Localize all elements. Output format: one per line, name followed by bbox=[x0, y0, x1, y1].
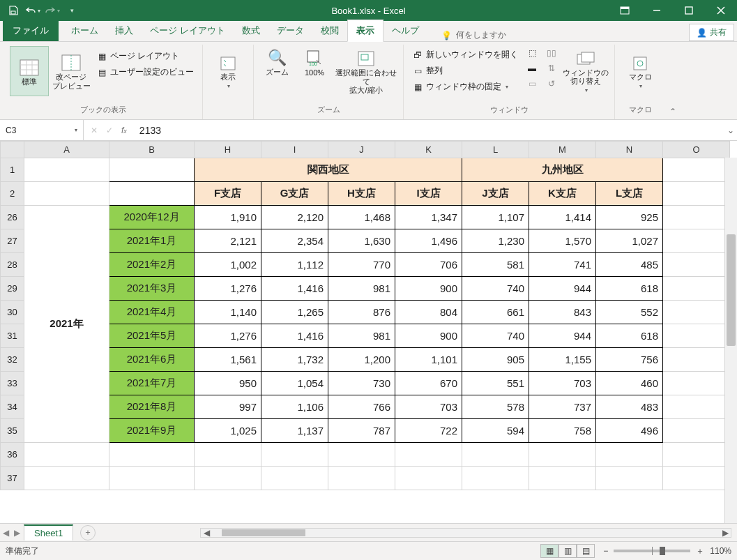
data-cell[interactable]: 618 bbox=[596, 324, 663, 348]
data-cell[interactable]: 1,414 bbox=[529, 206, 596, 229]
zoom-100-button[interactable]: 100 100% bbox=[297, 46, 332, 77]
new-window-button[interactable]: 🗗新しいウィンドウを開く bbox=[409, 47, 521, 62]
tab-insert[interactable]: 挿入 bbox=[107, 20, 142, 41]
expand-formula-icon[interactable]: ⌄ bbox=[724, 126, 737, 135]
data-cell[interactable]: 1,112 bbox=[261, 253, 328, 277]
view-page-layout-button[interactable]: ▦ページ レイアウト bbox=[93, 49, 197, 63]
data-cell[interactable]: 1,054 bbox=[261, 372, 328, 395]
zoom-selection-button[interactable]: 選択範囲に合わせて 拡大/縮小 bbox=[335, 46, 397, 96]
data-cell[interactable]: 551 bbox=[462, 372, 529, 395]
month-cell[interactable]: 2021年6月 bbox=[109, 348, 195, 372]
row-header[interactable]: 37 bbox=[1, 467, 24, 490]
data-cell[interactable]: 1,276 bbox=[195, 324, 261, 348]
tell-me[interactable]: 💡何をしますか bbox=[441, 29, 506, 41]
data-cell[interactable]: 981 bbox=[328, 324, 395, 348]
data-cell[interactable]: 552 bbox=[596, 301, 663, 324]
show-button[interactable]: 表示▾ bbox=[208, 46, 248, 96]
col-K[interactable]: K bbox=[395, 142, 462, 158]
data-cell[interactable]: 2,354 bbox=[261, 229, 328, 253]
data-cell[interactable]: 737 bbox=[529, 395, 596, 419]
data-cell[interactable]: 787 bbox=[328, 419, 395, 443]
undo-icon[interactable]: ▾ bbox=[24, 1, 42, 20]
cancel-icon[interactable]: ✕ bbox=[91, 126, 98, 135]
share-button[interactable]: 👤共有 bbox=[689, 24, 734, 41]
zoom-in-icon[interactable]: ＋ bbox=[696, 545, 704, 557]
data-cell[interactable]: 1,107 bbox=[462, 206, 529, 229]
data-cell[interactable]: 703 bbox=[395, 395, 462, 419]
view-normal-button[interactable]: 標準 bbox=[10, 46, 49, 96]
data-cell[interactable]: 950 bbox=[195, 372, 261, 395]
data-cell[interactable]: 1,025 bbox=[195, 419, 261, 443]
data-cell[interactable]: 1,570 bbox=[529, 229, 596, 253]
next-sheet-icon[interactable]: ▶ bbox=[11, 528, 22, 538]
row-header[interactable]: 27 bbox=[1, 229, 24, 253]
view-custom-button[interactable]: ▤ユーザー設定のビュー bbox=[93, 65, 197, 80]
data-cell[interactable]: 581 bbox=[462, 253, 529, 277]
month-cell[interactable]: 2021年3月 bbox=[109, 277, 195, 301]
data-cell[interactable]: 1,230 bbox=[462, 229, 529, 253]
macro-button[interactable]: マクロ▾ bbox=[621, 46, 660, 96]
fx-icon[interactable]: fx bbox=[121, 126, 127, 135]
data-cell[interactable]: 770 bbox=[328, 253, 395, 277]
data-cell[interactable]: 1,155 bbox=[529, 348, 596, 372]
minimize-icon[interactable] bbox=[641, 0, 673, 21]
month-cell[interactable]: 2021年1月 bbox=[109, 229, 195, 253]
month-cell[interactable]: 2021年5月 bbox=[109, 324, 195, 348]
freeze-panes-button[interactable]: ▦ウィンドウ枠の固定▾ bbox=[409, 80, 521, 94]
data-cell[interactable]: 1,416 bbox=[261, 277, 328, 301]
side-by-side-icon[interactable]: ▯▯ bbox=[546, 47, 557, 59]
save-icon[interactable] bbox=[4, 1, 22, 20]
data-cell[interactable]: 1,276 bbox=[195, 277, 261, 301]
row-header[interactable]: 31 bbox=[1, 324, 24, 348]
row-header[interactable]: 36 bbox=[1, 443, 24, 467]
month-cell[interactable]: 2021年2月 bbox=[109, 253, 195, 277]
collapse-ribbon-icon[interactable]: ⌃ bbox=[665, 104, 681, 119]
data-cell[interactable]: 703 bbox=[529, 372, 596, 395]
col-I[interactable]: I bbox=[261, 142, 328, 158]
col-L[interactable]: L bbox=[462, 142, 529, 158]
col-J[interactable]: J bbox=[328, 142, 395, 158]
unhide-icon[interactable]: ▭ bbox=[526, 78, 538, 89]
arrange-button[interactable]: ▭整列 bbox=[409, 63, 521, 78]
data-cell[interactable]: 1,137 bbox=[261, 419, 328, 443]
row-header[interactable]: 28 bbox=[1, 253, 24, 277]
switch-window-button[interactable]: ウィンドウの 切り替え▾ bbox=[563, 46, 609, 96]
month-cell[interactable]: 2021年9月 bbox=[109, 419, 195, 443]
sheet-tab[interactable]: Sheet1 bbox=[24, 524, 73, 540]
add-sheet-icon[interactable]: ＋ bbox=[80, 525, 96, 540]
tab-review[interactable]: 校閲 bbox=[312, 20, 347, 41]
region-kansai[interactable]: 関西地区 bbox=[195, 158, 462, 182]
year-label[interactable]: 2021年 bbox=[24, 206, 109, 443]
data-cell[interactable]: 1,101 bbox=[395, 348, 462, 372]
data-cell[interactable]: 925 bbox=[596, 206, 663, 229]
data-cell[interactable]: 706 bbox=[395, 253, 462, 277]
formula-input[interactable] bbox=[134, 125, 724, 136]
row-header[interactable]: 26 bbox=[1, 206, 24, 229]
data-cell[interactable]: 670 bbox=[395, 372, 462, 395]
row-header[interactable]: 2 bbox=[1, 182, 24, 206]
month-cell[interactable]: 2021年8月 bbox=[109, 395, 195, 419]
data-cell[interactable]: 900 bbox=[395, 324, 462, 348]
data-cell[interactable]: 1,910 bbox=[195, 206, 261, 229]
data-cell[interactable]: 594 bbox=[462, 419, 529, 443]
sync-scroll-icon[interactable]: ⇅ bbox=[546, 63, 557, 74]
zoom-slider[interactable] bbox=[614, 550, 690, 552]
data-cell[interactable]: 876 bbox=[328, 301, 395, 324]
tab-view[interactable]: 表示 bbox=[347, 20, 383, 42]
data-cell[interactable]: 1,630 bbox=[328, 229, 395, 253]
data-cell[interactable]: 1,002 bbox=[195, 253, 261, 277]
data-cell[interactable]: 741 bbox=[529, 253, 596, 277]
region-kyushu[interactable]: 九州地区 bbox=[462, 158, 663, 182]
data-cell[interactable]: 460 bbox=[596, 372, 663, 395]
month-cell[interactable]: 2021年4月 bbox=[109, 301, 195, 324]
data-cell[interactable]: 722 bbox=[395, 419, 462, 443]
redo-icon[interactable]: ▾ bbox=[43, 1, 61, 20]
month-cell[interactable]: 2020年12月 bbox=[109, 206, 195, 229]
data-cell[interactable]: 944 bbox=[529, 324, 596, 348]
data-cell[interactable]: 997 bbox=[195, 395, 261, 419]
tab-layout[interactable]: ページ レイアウト bbox=[142, 20, 234, 41]
data-cell[interactable]: 766 bbox=[328, 395, 395, 419]
tab-formulas[interactable]: 数式 bbox=[234, 20, 268, 41]
data-cell[interactable]: 900 bbox=[395, 277, 462, 301]
reset-pos-icon[interactable]: ↺ bbox=[546, 78, 557, 89]
